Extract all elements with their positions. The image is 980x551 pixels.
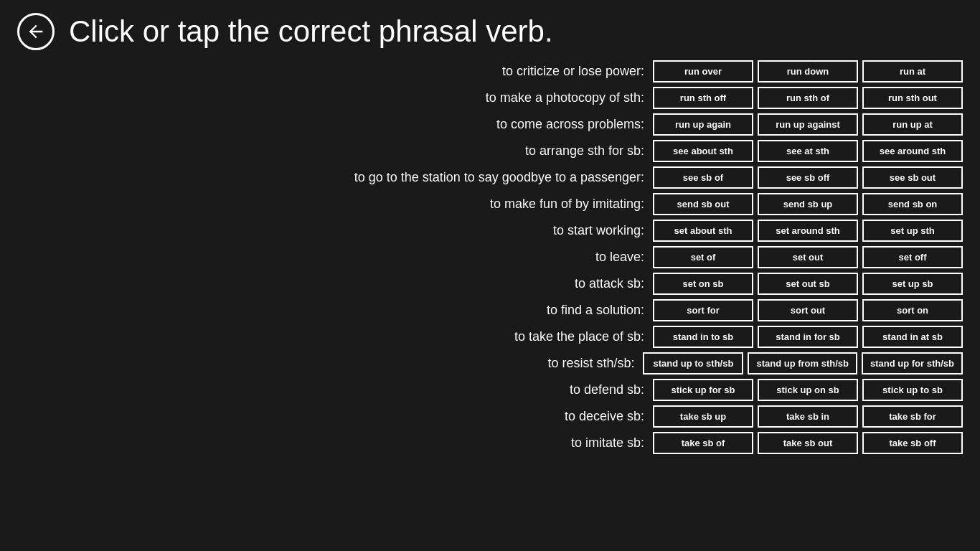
- question-text: to criticize or lose power:: [300, 64, 644, 79]
- answer-button-7-1[interactable]: set out: [758, 246, 858, 268]
- answer-button-12-2[interactable]: stick up to sb: [862, 379, 963, 401]
- answer-button-12-0[interactable]: stick up for sb: [653, 379, 753, 401]
- answer-button-3-1[interactable]: see at sth: [758, 140, 858, 162]
- question-text: to arrange sth for sb:: [300, 143, 644, 159]
- question-text: to find a solution:: [300, 303, 644, 318]
- page-title: Click or tap the correct phrasal verb.: [69, 15, 553, 48]
- answer-group: send sb outsend sb upsend sb on: [653, 193, 963, 215]
- quiz-row: to start working:set about sthset around…: [17, 220, 963, 242]
- answer-button-12-1[interactable]: stick up on sb: [758, 379, 858, 401]
- quiz-row: to come across problems:run up againrun …: [17, 113, 963, 136]
- answer-button-8-1[interactable]: set out sb: [758, 273, 858, 295]
- question-text: to take the place of sb:: [300, 329, 644, 344]
- question-text: to imitate sb:: [300, 435, 644, 451]
- answer-button-2-0[interactable]: run up again: [653, 113, 753, 136]
- question-text: to go to the station to say goodbye to a…: [300, 170, 644, 185]
- answer-button-0-0[interactable]: run over: [653, 60, 753, 83]
- answer-button-7-0[interactable]: set of: [653, 246, 753, 268]
- question-text: to attack sb:: [300, 276, 644, 291]
- quiz-row: to defend sb:stick up for sbstick up on …: [17, 379, 963, 401]
- answer-button-11-1[interactable]: stand up from sth/sb: [748, 352, 857, 375]
- answer-button-13-0[interactable]: take sb up: [653, 405, 753, 428]
- answer-button-3-2[interactable]: see around sth: [862, 140, 963, 162]
- answer-button-10-0[interactable]: stand in to sb: [653, 326, 753, 348]
- quiz-row: to make a photocopy of sth:run sth offru…: [17, 87, 963, 109]
- answer-group: set on sbset out sbset up sb: [653, 273, 963, 295]
- answer-button-5-2[interactable]: send sb on: [862, 193, 963, 215]
- quiz-row: to go to the station to say goodbye to a…: [17, 166, 963, 189]
- answer-button-6-1[interactable]: set around sth: [758, 220, 858, 242]
- answer-group: see sb ofsee sb offsee sb out: [653, 166, 963, 189]
- quiz-row: to deceive sb:take sb uptake sb intake s…: [17, 405, 963, 428]
- quiz-row: to make fun of by imitating:send sb outs…: [17, 193, 963, 215]
- answer-group: see about sthsee at sthsee around sth: [653, 140, 963, 162]
- answer-button-2-2[interactable]: run up at: [862, 113, 963, 136]
- answer-button-8-2[interactable]: set up sb: [862, 273, 963, 295]
- question-text: to defend sb:: [300, 382, 644, 397]
- answer-button-7-2[interactable]: set off: [862, 246, 963, 268]
- answer-group: stand up to sth/sbstand up from sth/sbst…: [643, 352, 963, 375]
- answer-group: run sth offrun sth ofrun sth out: [653, 87, 963, 109]
- answer-button-3-0[interactable]: see about sth: [653, 140, 753, 162]
- answer-group: take sb uptake sb intake sb for: [653, 405, 963, 428]
- answer-button-4-1[interactable]: see sb off: [758, 166, 858, 189]
- answer-button-8-0[interactable]: set on sb: [653, 273, 753, 295]
- answer-button-1-1[interactable]: run sth of: [758, 87, 858, 109]
- answer-group: set about sthset around sthset up sth: [653, 220, 963, 242]
- answer-button-6-2[interactable]: set up sth: [862, 220, 963, 242]
- quiz-row: to imitate sb:take sb oftake sb outtake …: [17, 432, 963, 454]
- quiz-content: to criticize or lose power:run overrun d…: [0, 57, 980, 454]
- answer-button-13-1[interactable]: take sb in: [758, 405, 858, 428]
- answer-button-11-0[interactable]: stand up to sth/sb: [643, 352, 743, 375]
- answer-group: run overrun downrun at: [653, 60, 963, 83]
- quiz-row: to leave:set ofset outset off: [17, 246, 963, 268]
- answer-button-11-2[interactable]: stand up for sth/sb: [862, 352, 963, 375]
- answer-button-14-1[interactable]: take sb out: [758, 432, 858, 454]
- answer-button-14-2[interactable]: take sb off: [862, 432, 963, 454]
- answer-group: set ofset outset off: [653, 246, 963, 268]
- answer-button-5-1[interactable]: send sb up: [758, 193, 858, 215]
- answer-button-14-0[interactable]: take sb of: [653, 432, 753, 454]
- answer-button-10-1[interactable]: stand in for sb: [758, 326, 858, 348]
- quiz-row: to resist sth/sb:stand up to sth/sbstand…: [17, 352, 963, 375]
- answer-group: stand in to sbstand in for sbstand in at…: [653, 326, 963, 348]
- question-text: to start working:: [300, 223, 644, 238]
- answer-button-6-0[interactable]: set about sth: [653, 220, 753, 242]
- quiz-row: to criticize or lose power:run overrun d…: [17, 60, 963, 83]
- answer-button-9-2[interactable]: sort on: [862, 299, 963, 321]
- question-text: to come across problems:: [300, 117, 644, 132]
- answer-group: run up againrun up againstrun up at: [653, 113, 963, 136]
- answer-button-4-2[interactable]: see sb out: [862, 166, 963, 189]
- back-button[interactable]: [17, 13, 55, 50]
- quiz-row: to attack sb:set on sbset out sbset up s…: [17, 273, 963, 295]
- answer-button-5-0[interactable]: send sb out: [653, 193, 753, 215]
- answer-button-2-1[interactable]: run up against: [758, 113, 858, 136]
- question-text: to make a photocopy of sth:: [300, 90, 644, 105]
- question-text: to deceive sb:: [300, 409, 644, 424]
- quiz-row: to arrange sth for sb:see about sthsee a…: [17, 140, 963, 162]
- answer-group: take sb oftake sb outtake sb off: [653, 432, 963, 454]
- answer-button-0-1[interactable]: run down: [758, 60, 858, 83]
- answer-button-13-2[interactable]: take sb for: [862, 405, 963, 428]
- page-header: Click or tap the correct phrasal verb.: [0, 0, 980, 57]
- answer-button-0-2[interactable]: run at: [862, 60, 963, 83]
- answer-button-9-0[interactable]: sort for: [653, 299, 753, 321]
- quiz-row: to find a solution:sort forsort outsort …: [17, 299, 963, 321]
- quiz-row: to take the place of sb:stand in to sbst…: [17, 326, 963, 348]
- question-text: to leave:: [300, 250, 644, 265]
- question-text: to resist sth/sb:: [290, 356, 634, 371]
- answer-button-4-0[interactable]: see sb of: [653, 166, 753, 189]
- answer-button-10-2[interactable]: stand in at sb: [862, 326, 963, 348]
- answer-button-1-2[interactable]: run sth out: [862, 87, 963, 109]
- question-text: to make fun of by imitating:: [300, 197, 644, 212]
- answer-group: stick up for sbstick up on sbstick up to…: [653, 379, 963, 401]
- answer-button-9-1[interactable]: sort out: [758, 299, 858, 321]
- answer-group: sort forsort outsort on: [653, 299, 963, 321]
- answer-button-1-0[interactable]: run sth off: [653, 87, 753, 109]
